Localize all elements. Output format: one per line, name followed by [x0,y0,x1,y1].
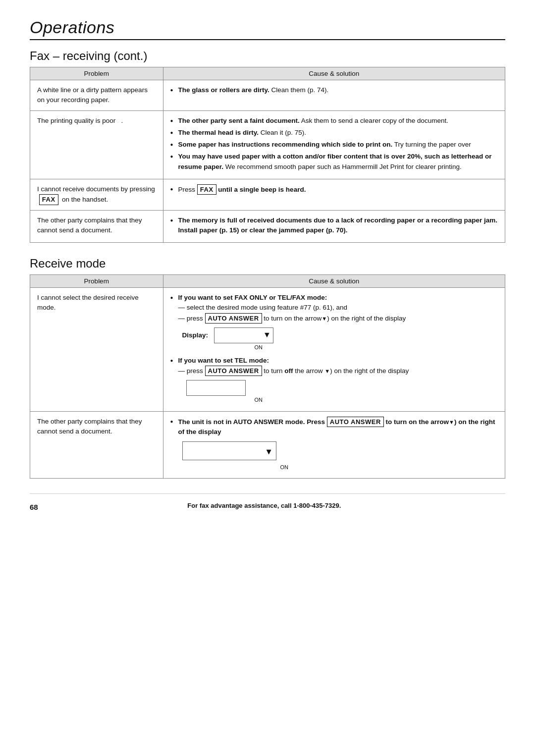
problem-cell: The other party complains that they cann… [30,411,163,479]
problem-cell: I cannot select the desired receive mode… [30,288,163,412]
on-label3: ON [280,463,498,472]
display-box-plain [186,380,246,396]
table-row: A white line or a dirty pattern appears … [30,80,505,111]
page-title: Operations [30,18,505,37]
solution-cell: If you want to set FAX ONLY or TEL/FAX m… [163,288,505,412]
footer: 68 For fax advantage assistance, call 1-… [30,493,505,511]
solution-cell: Press FAX until a single beep is heard. [163,179,505,210]
fax-table-problem-header: Problem [30,67,163,80]
problem-cell: The printing quality is poor . [30,110,163,179]
footer-text: For fax advantage assistance, call 1-800… [187,502,341,509]
receive-section-title: Receive mode [30,257,505,270]
fax-section-title: Fax – receiving (cont.) [30,49,505,63]
title-rule [30,39,505,40]
solution-cell: The memory is full of received documents… [163,210,505,243]
solution-cell: The unit is not in AUTO ANSWER mode. Pre… [163,411,505,479]
problem-cell: I cannot receive documents by pressing F… [30,179,163,210]
on-label: ON [255,343,498,352]
display-arrow-icon: ▼ [265,446,273,458]
receive-table-solution-header: Cause & solution [163,275,505,288]
receive-mode-table: Problem Cause & solution I cannot select… [30,274,505,479]
fax-receiving-table: Problem Cause & solution A white line or… [30,67,505,243]
on-label2: ON [255,396,498,404]
solution-cell: The other party sent a faint document. A… [163,110,505,179]
table-row: The other party complains that they cann… [30,210,505,243]
display-label: Display: [182,331,209,339]
table-row: The printing quality is poor . The other… [30,110,505,179]
page-number: 68 [30,503,38,511]
table-row: I cannot receive documents by pressing F… [30,179,505,210]
solution-cell: The glass or rollers are dirty. Clean th… [163,80,505,111]
problem-cell: The other party complains that they cann… [30,210,163,243]
receive-table-problem-header: Problem [30,275,163,288]
table-row: I cannot select the desired receive mode… [30,288,505,412]
display-box-arrow [214,327,273,343]
table-row: The other party complains that they cann… [30,411,505,479]
problem-cell: A white line or a dirty pattern appears … [30,80,163,111]
fax-table-solution-header: Cause & solution [163,67,505,80]
